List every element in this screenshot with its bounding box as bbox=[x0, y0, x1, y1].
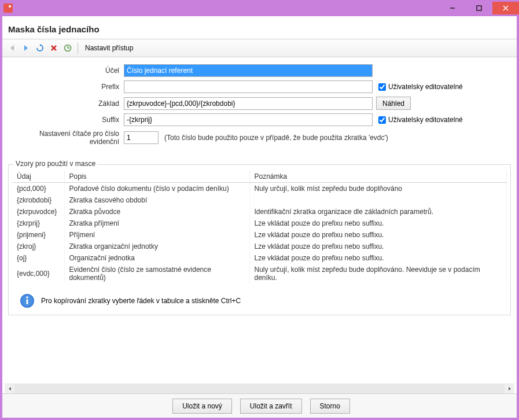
prefix-input[interactable] bbox=[124, 80, 373, 93]
col-popis[interactable]: Popis bbox=[64, 171, 249, 183]
toolbar: Nastavit přístup bbox=[2, 39, 517, 57]
cell-udaj: {zkrobdobi} bbox=[12, 194, 64, 206]
counter-input[interactable] bbox=[124, 131, 159, 144]
app-icon bbox=[3, 3, 13, 13]
toolbar-separator bbox=[78, 43, 78, 53]
cell-udaj: {zkroj} bbox=[12, 241, 64, 252]
cell-popis: Zkratka časového období bbox=[64, 194, 249, 206]
info-icon bbox=[19, 293, 35, 309]
scroll-right-icon[interactable] bbox=[505, 384, 514, 394]
cell-pozn: Lze vkládat pouze do prefixu nebo suffix… bbox=[249, 218, 507, 229]
table-row[interactable]: {oj}Organizační jednotkaLze vkládat pouz… bbox=[12, 252, 507, 264]
suffix-editable-check[interactable] bbox=[378, 116, 386, 124]
scroll-track[interactable] bbox=[14, 384, 505, 394]
prefix-label: Prefix bbox=[8, 83, 124, 91]
page-title: Maska čísla jednacího bbox=[2, 16, 517, 39]
table-row[interactable]: {evdc,000}Evidenční číslo (číslo ze samo… bbox=[12, 264, 507, 283]
counter-hint: (Toto číslo bude použito pouze v případě… bbox=[164, 134, 388, 142]
svg-rect-3 bbox=[477, 6, 481, 10]
svg-marker-18 bbox=[9, 387, 11, 390]
table-row[interactable]: {zkrobdobi}Zkratka časového období bbox=[12, 194, 507, 206]
svg-rect-16 bbox=[27, 299, 28, 304]
nav-prev-button[interactable] bbox=[6, 42, 19, 54]
purpose-label: Účel bbox=[8, 67, 124, 75]
cell-popis: Evidenční číslo (číslo ze samostatné evi… bbox=[64, 264, 249, 283]
titlebar bbox=[0, 0, 519, 16]
cell-udaj: {zkrprij} bbox=[12, 218, 64, 229]
preview-button[interactable]: Náhled bbox=[376, 97, 411, 110]
cell-popis: Příjmení bbox=[64, 229, 249, 241]
base-label: Základ bbox=[8, 100, 124, 108]
cell-popis: Organizační jednotka bbox=[64, 252, 249, 264]
counter-label: Nastavení čítače pro číslo evidenční bbox=[8, 130, 124, 146]
cell-popis: Zkratka příjmení bbox=[64, 218, 249, 229]
delete-button[interactable] bbox=[47, 42, 60, 54]
save-and-close-button[interactable]: Uložit a zavřít bbox=[240, 399, 302, 414]
scroll-left-icon[interactable] bbox=[5, 384, 14, 394]
cell-popis: Zkratka organizační jednotky bbox=[64, 241, 249, 252]
table-row[interactable]: {pcd,000}Pořadové číslo dokumentu (číslo… bbox=[12, 183, 507, 195]
save-and-new-button[interactable]: Uložit a nový bbox=[172, 399, 232, 414]
cell-udaj: {oj} bbox=[12, 252, 64, 264]
svg-rect-0 bbox=[3, 3, 13, 13]
access-button[interactable]: Nastavit přístup bbox=[82, 43, 137, 53]
svg-point-17 bbox=[26, 296, 28, 299]
info-text: Pro kopírování zkratky vyberte řádek v t… bbox=[41, 297, 241, 305]
cell-pozn: Identifikační zkratka organizace dle zák… bbox=[249, 206, 507, 218]
cell-popis: Pořadové číslo dokumentu (číslo v podací… bbox=[64, 183, 249, 195]
col-udaj[interactable]: Údaj bbox=[12, 171, 64, 183]
suffix-editable-label: Uživatelsky editovatelné bbox=[388, 116, 463, 124]
table-body: {pcd,000}Pořadové číslo dokumentu (číslo… bbox=[12, 183, 507, 284]
cell-udaj: {pcd,000} bbox=[12, 183, 64, 195]
cell-udaj: {zkrpuvodce} bbox=[12, 206, 64, 218]
prefix-editable-check[interactable] bbox=[378, 83, 386, 91]
table-row[interactable]: {prijmeni}PříjmeníLze vkládat pouze do p… bbox=[12, 229, 507, 241]
table-row[interactable]: {zkrprij}Zkratka příjmeníLze vkládat pou… bbox=[12, 218, 507, 229]
suffix-input[interactable] bbox=[124, 113, 373, 126]
cancel-button[interactable]: Storno bbox=[310, 399, 350, 414]
footer: Uložit a nový Uložit a zavřít Storno bbox=[2, 393, 517, 418]
cell-udaj: {prijmeni} bbox=[12, 229, 64, 241]
purpose-input[interactable] bbox=[124, 64, 373, 77]
suffix-label: Suffix bbox=[8, 116, 124, 124]
patterns-title: Vzory pro použití v masce bbox=[13, 160, 98, 168]
svg-marker-6 bbox=[10, 45, 14, 51]
cell-pozn: Lze vkládat pouze do prefixu nebo suffix… bbox=[249, 229, 507, 241]
prefix-editable-label: Uživatelsky editovatelné bbox=[388, 83, 463, 91]
prefix-editable-checkbox[interactable]: Uživatelsky editovatelné bbox=[378, 83, 463, 91]
cell-popis: Zkratka původce bbox=[64, 206, 249, 218]
cell-pozn bbox=[249, 194, 507, 206]
cell-pozn: Nuly určují, kolik míst zepředu bude dop… bbox=[249, 183, 507, 195]
cell-udaj: {evdc,000} bbox=[12, 264, 64, 283]
svg-marker-19 bbox=[509, 387, 511, 390]
svg-point-1 bbox=[9, 5, 11, 8]
horizontal-scrollbar[interactable] bbox=[5, 384, 514, 393]
svg-marker-7 bbox=[24, 45, 28, 51]
cell-pozn: Lze vkládat pouze do prefixu nebo suffix… bbox=[249, 241, 507, 252]
table-row[interactable]: {zkrpuvodce}Zkratka původceIdentifikační… bbox=[12, 206, 507, 218]
maximize-button[interactable] bbox=[466, 2, 492, 14]
cell-pozn: Nuly určují, kolik míst zepředu bude dop… bbox=[249, 264, 507, 283]
history-button[interactable] bbox=[61, 42, 74, 54]
minimize-button[interactable] bbox=[439, 2, 466, 14]
col-pozn[interactable]: Poznámka bbox=[249, 171, 507, 183]
suffix-editable-checkbox[interactable]: Uživatelsky editovatelné bbox=[378, 116, 463, 124]
refresh-button[interactable] bbox=[34, 42, 46, 54]
patterns-group: Vzory pro použití v masce Údaj Popis Poz… bbox=[8, 164, 511, 315]
nav-next-button[interactable] bbox=[20, 42, 32, 54]
table-row[interactable]: {zkroj}Zkratka organizační jednotkyLze v… bbox=[12, 241, 507, 252]
close-button[interactable] bbox=[492, 2, 519, 14]
patterns-table: Údaj Popis Poznámka {pcd,000}Pořadové čí… bbox=[12, 171, 507, 283]
base-input[interactable] bbox=[124, 97, 373, 110]
cell-pozn: Lze vkládat pouze do prefixu nebo suffix… bbox=[249, 252, 507, 264]
